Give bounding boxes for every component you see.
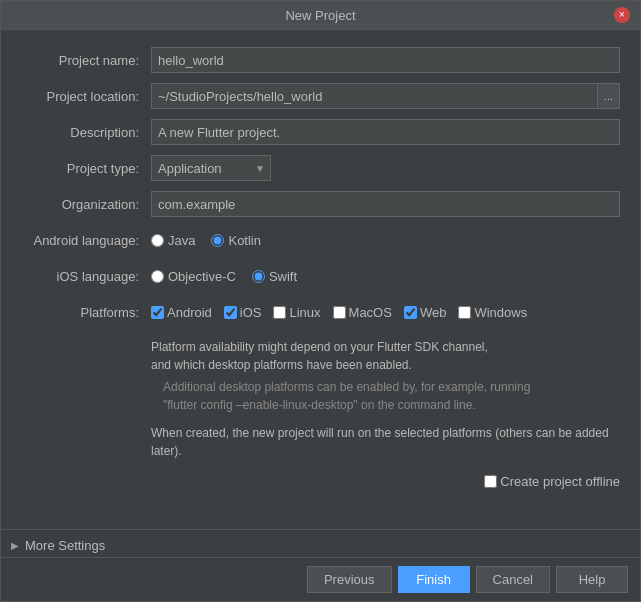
android-java-label: Java bbox=[168, 233, 195, 248]
android-platform-check[interactable] bbox=[151, 306, 164, 319]
offline-row: Create project offline bbox=[21, 474, 620, 489]
ios-objc-option[interactable]: Objective-C bbox=[151, 269, 236, 284]
android-lang-group: Java Kotlin bbox=[151, 233, 261, 248]
web-platform-item[interactable]: Web bbox=[404, 305, 447, 320]
ios-language-row: iOS language: Objective-C Swift bbox=[21, 262, 620, 290]
description-input[interactable] bbox=[151, 119, 620, 145]
create-offline-label: Create project offline bbox=[500, 474, 620, 489]
project-location-input[interactable] bbox=[151, 83, 598, 109]
android-language-field: Java Kotlin bbox=[151, 233, 620, 248]
macos-platform-check[interactable] bbox=[333, 306, 346, 319]
ios-language-field: Objective-C Swift bbox=[151, 269, 620, 284]
macos-platform-label: MacOS bbox=[349, 305, 392, 320]
platforms-group: Android iOS Linux MacOS bbox=[151, 305, 527, 320]
more-settings-label: More Settings bbox=[25, 538, 105, 553]
android-kotlin-option[interactable]: Kotlin bbox=[211, 233, 261, 248]
platforms-field: Android iOS Linux MacOS bbox=[151, 305, 620, 320]
android-platform-label: Android bbox=[167, 305, 212, 320]
new-project-dialog: New Project × Project name: Project loca… bbox=[0, 0, 641, 602]
project-location-label: Project location: bbox=[21, 89, 151, 104]
organization-input[interactable] bbox=[151, 191, 620, 217]
ios-platform-item[interactable]: iOS bbox=[224, 305, 262, 320]
organization-label: Organization: bbox=[21, 197, 151, 212]
linux-platform-label: Linux bbox=[289, 305, 320, 320]
project-name-label: Project name: bbox=[21, 53, 151, 68]
platform-info-text-2: Additional desktop platforms can be enab… bbox=[151, 378, 620, 414]
ios-swift-label: Swift bbox=[269, 269, 297, 284]
ios-lang-group: Objective-C Swift bbox=[151, 269, 297, 284]
ios-objc-label: Objective-C bbox=[168, 269, 236, 284]
description-field bbox=[151, 119, 620, 145]
ios-platform-check[interactable] bbox=[224, 306, 237, 319]
project-type-select[interactable]: Application Plugin Package Module bbox=[151, 155, 271, 181]
dialog-title: New Project bbox=[27, 8, 614, 23]
description-label: Description: bbox=[21, 125, 151, 140]
platform-info-text-3: When created, the new project will run o… bbox=[151, 424, 620, 460]
android-java-radio[interactable] bbox=[151, 234, 164, 247]
project-type-label: Project type: bbox=[21, 161, 151, 176]
organization-row: Organization: bbox=[21, 190, 620, 218]
project-type-row: Project type: Application Plugin Package… bbox=[21, 154, 620, 182]
ios-objc-radio[interactable] bbox=[151, 270, 164, 283]
dialog-content: Project name: Project location: ... Desc… bbox=[1, 30, 640, 529]
project-name-field bbox=[151, 47, 620, 73]
ios-language-label: iOS language: bbox=[21, 269, 151, 284]
macos-platform-item[interactable]: MacOS bbox=[333, 305, 392, 320]
previous-button[interactable]: Previous bbox=[307, 566, 392, 593]
description-row: Description: bbox=[21, 118, 620, 146]
platform-info-text-1: Platform availability might depend on yo… bbox=[151, 338, 620, 374]
ios-swift-radio[interactable] bbox=[252, 270, 265, 283]
web-platform-check[interactable] bbox=[404, 306, 417, 319]
project-name-row: Project name: bbox=[21, 46, 620, 74]
create-offline-check[interactable] bbox=[484, 475, 497, 488]
linux-platform-item[interactable]: Linux bbox=[273, 305, 320, 320]
windows-platform-label: Windows bbox=[474, 305, 527, 320]
ios-swift-option[interactable]: Swift bbox=[252, 269, 297, 284]
android-kotlin-radio[interactable] bbox=[211, 234, 224, 247]
close-button[interactable]: × bbox=[614, 7, 630, 23]
title-bar: New Project × bbox=[1, 1, 640, 30]
platform-info-block: Platform availability might depend on yo… bbox=[151, 338, 620, 460]
android-language-row: Android language: Java Kotlin bbox=[21, 226, 620, 254]
help-button[interactable]: Help bbox=[556, 566, 628, 593]
create-offline-item[interactable]: Create project offline bbox=[484, 474, 620, 489]
button-bar: Previous Finish Cancel Help bbox=[1, 557, 640, 601]
browse-button[interactable]: ... bbox=[598, 83, 620, 109]
ios-platform-label: iOS bbox=[240, 305, 262, 320]
finish-button[interactable]: Finish bbox=[398, 566, 470, 593]
project-name-input[interactable] bbox=[151, 47, 620, 73]
more-settings-section[interactable]: ▶ More Settings bbox=[1, 529, 640, 557]
project-location-field: ... bbox=[151, 83, 620, 109]
project-location-row: Project location: ... bbox=[21, 82, 620, 110]
organization-field bbox=[151, 191, 620, 217]
project-type-field: Application Plugin Package Module ▼ bbox=[151, 155, 620, 181]
windows-platform-check[interactable] bbox=[458, 306, 471, 319]
android-java-option[interactable]: Java bbox=[151, 233, 195, 248]
linux-platform-check[interactable] bbox=[273, 306, 286, 319]
android-kotlin-label: Kotlin bbox=[228, 233, 261, 248]
platforms-row: Platforms: Android iOS Linux bbox=[21, 298, 620, 326]
cancel-button[interactable]: Cancel bbox=[476, 566, 550, 593]
web-platform-label: Web bbox=[420, 305, 447, 320]
android-language-label: Android language: bbox=[21, 233, 151, 248]
platforms-label: Platforms: bbox=[21, 305, 151, 320]
more-settings-triangle-icon: ▶ bbox=[11, 540, 19, 551]
windows-platform-item[interactable]: Windows bbox=[458, 305, 527, 320]
android-platform-item[interactable]: Android bbox=[151, 305, 212, 320]
